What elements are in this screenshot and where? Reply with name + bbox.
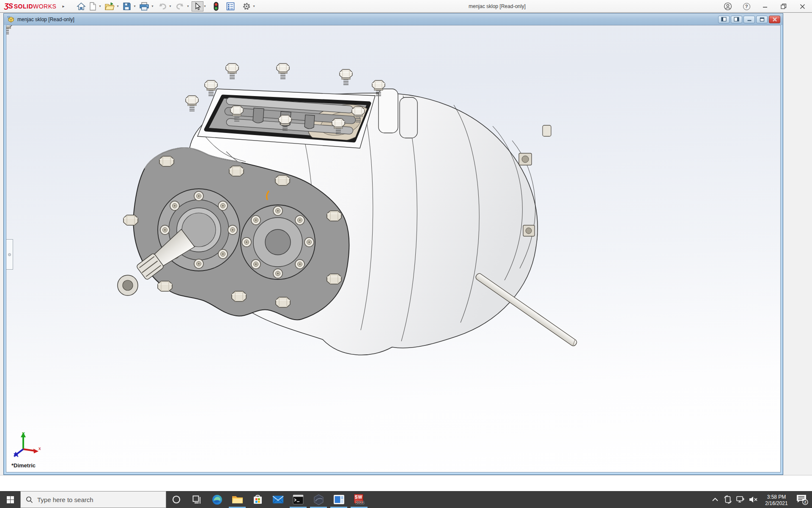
tray-network[interactable] <box>734 491 747 508</box>
tray-rotation-lock[interactable] <box>721 491 734 508</box>
output-flange <box>241 205 315 279</box>
task-view-icon <box>192 495 201 504</box>
assembly-document-icon <box>6 16 15 23</box>
doc-maximize-icon <box>760 17 765 22</box>
taskbar-app-store[interactable] <box>247 491 268 508</box>
taskbar-search-input[interactable]: Type here to search <box>20 491 166 508</box>
left-pane-icon <box>721 17 727 22</box>
open-caret-icon[interactable]: ▾ <box>117 4 118 8</box>
print-icon <box>139 2 149 11</box>
options-caret-icon[interactable]: ▾ <box>253 4 255 8</box>
microsoft-store-icon <box>252 494 263 505</box>
print-button[interactable] <box>138 1 151 12</box>
options-button[interactable] <box>241 1 252 12</box>
account-icon <box>724 2 732 11</box>
taskbar-app-mail[interactable] <box>268 491 288 508</box>
graphics-viewport[interactable]: Y x *Dimetric <box>6 25 781 472</box>
document-window: menjac sklop [Read-only] <box>3 13 783 475</box>
speaker-muted-icon <box>749 495 758 504</box>
taskbar-app-command-prompt[interactable] <box>288 491 308 508</box>
undo-icon <box>157 2 167 11</box>
gearbox-3d-model[interactable] <box>6 25 781 472</box>
windows-taskbar: Type here to search <box>0 491 812 508</box>
select-tool-caret-icon[interactable]: ▾ <box>204 4 206 8</box>
new-document-button[interactable] <box>87 1 98 12</box>
doc-minimize-icon <box>747 17 752 22</box>
traffic-light-icon <box>213 2 219 11</box>
taskbar-app-solidworks[interactable]: SW 2021 <box>349 491 369 508</box>
splitter-handle-icon <box>8 253 11 256</box>
redo-caret-icon[interactable]: ▾ <box>187 4 189 8</box>
rotation-lock-icon <box>724 495 732 504</box>
right-pane-icon <box>734 17 739 22</box>
taskbar-app-file-explorer[interactable] <box>227 491 247 508</box>
notification-badge: 2 <box>804 500 806 504</box>
open-folder-icon <box>104 2 115 11</box>
properties-button[interactable] <box>225 1 236 12</box>
rebuild-button[interactable] <box>212 1 220 12</box>
windows-logo-icon <box>7 496 14 503</box>
save-button[interactable] <box>121 1 133 12</box>
action-center-button[interactable]: 2 <box>793 491 810 508</box>
tray-volume[interactable] <box>747 491 760 508</box>
redo-icon <box>175 2 185 11</box>
new-document-icon <box>88 2 97 11</box>
toggle-right-pane-button[interactable] <box>731 16 742 23</box>
document-titlebar[interactable]: menjac sklop [Read-only] <box>4 14 783 25</box>
help-icon: ? <box>743 3 750 10</box>
close-button[interactable] <box>798 2 807 11</box>
tray-date: 2/16/2021 <box>760 500 793 507</box>
tray-show-hidden-icons[interactable] <box>709 491 721 508</box>
toggle-left-pane-button[interactable] <box>718 16 730 23</box>
triad-y-label: Y <box>22 432 25 436</box>
start-button[interactable] <box>0 491 20 508</box>
gear-icon <box>242 2 251 11</box>
chevron-up-icon <box>712 497 719 502</box>
document-title: menjac sklop [Read-only] <box>17 17 74 22</box>
solidworks-logo: ƷS SOLID WORKS <box>4 2 56 11</box>
feature-manager-splitter[interactable] <box>6 239 13 270</box>
network-ethernet-icon <box>736 495 745 504</box>
doc-close-button[interactable] <box>769 16 780 23</box>
system-tray: 3:58 PM 2/16/2021 2 <box>709 491 812 508</box>
doc-minimize-button[interactable] <box>743 16 755 23</box>
help-button[interactable]: ? <box>742 2 751 11</box>
app-background-strip <box>0 475 812 491</box>
menu-flyout-arrow-icon[interactable]: ▸ <box>62 4 64 8</box>
app-title: menjac sklop [Read-only] <box>469 0 526 13</box>
mail-icon <box>272 495 284 504</box>
triad-x-label: x <box>38 446 41 451</box>
task-view-button[interactable] <box>187 491 207 508</box>
restore-icon <box>780 3 787 10</box>
tray-clock[interactable]: 3:58 PM 2/16/2021 <box>760 492 793 507</box>
search-placeholder: Type here to search <box>37 496 93 503</box>
restore-button[interactable] <box>779 2 788 11</box>
save-caret-icon[interactable]: ▾ <box>134 4 135 8</box>
minimize-icon <box>762 3 768 9</box>
undo-button[interactable] <box>156 1 169 12</box>
home-button[interactable] <box>75 1 87 12</box>
minimize-button[interactable] <box>760 2 770 11</box>
close-icon <box>799 3 806 10</box>
select-cursor-icon <box>193 2 202 11</box>
new-document-caret-icon[interactable]: ▾ <box>99 4 101 8</box>
taskbar-app-hexagon[interactable] <box>308 491 329 508</box>
view-orientation-label: *Dimetric <box>11 462 36 469</box>
solidworks-app-icon: SW 2021 <box>354 494 365 505</box>
undo-caret-icon[interactable]: ▾ <box>170 4 171 8</box>
file-explorer-icon <box>232 494 243 505</box>
taskbar-app-edge[interactable] <box>207 491 227 508</box>
home-icon <box>77 2 86 11</box>
cortana-button[interactable] <box>166 491 187 508</box>
open-button[interactable] <box>103 1 116 12</box>
taskbar-app-media[interactable] <box>329 491 349 508</box>
solidworks-logo-mark: ƷS <box>4 2 13 11</box>
app-titlebar: ƷS SOLID WORKS ▸ ▾ ▾ <box>0 0 812 13</box>
redo-button[interactable] <box>174 1 187 12</box>
select-tool-button[interactable] <box>192 1 203 11</box>
media-app-icon <box>333 494 345 505</box>
properties-list-icon <box>226 2 235 11</box>
print-caret-icon[interactable]: ▾ <box>151 4 153 8</box>
doc-maximize-button[interactable] <box>756 16 768 23</box>
account-button[interactable] <box>723 2 732 11</box>
